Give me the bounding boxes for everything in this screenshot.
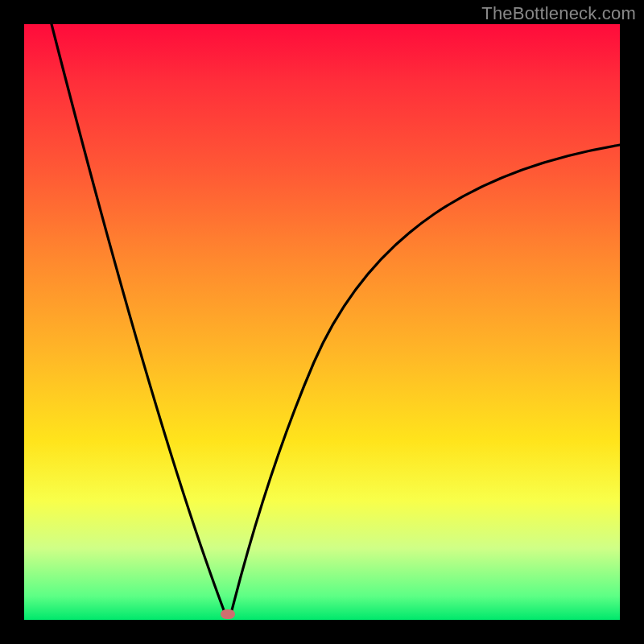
chart-frame: TheBottleneck.com (0, 0, 644, 644)
optimum-marker (221, 609, 235, 619)
plot-area (24, 24, 620, 620)
bottleneck-curve (24, 24, 620, 620)
watermark-text: TheBottleneck.com (481, 3, 636, 24)
